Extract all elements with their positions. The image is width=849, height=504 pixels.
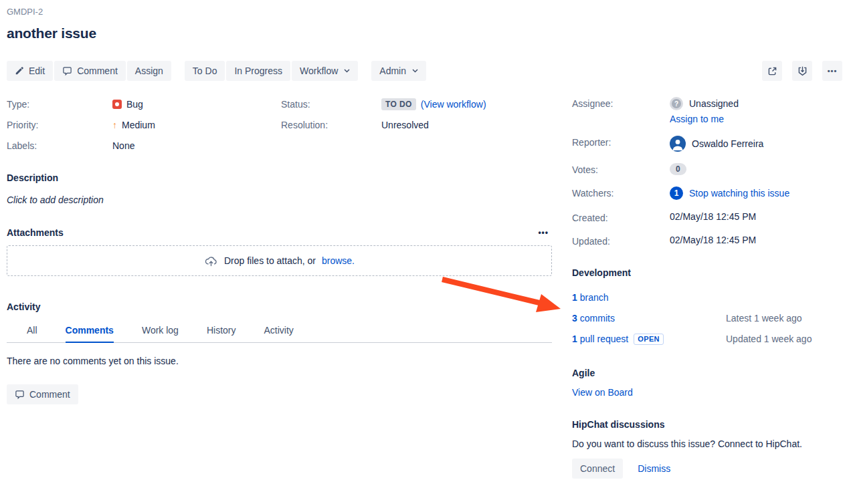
comment-button[interactable]: Comment [54,61,126,81]
reporter-label: Reporter: [572,136,670,148]
admin-button-group: Admin [371,61,426,81]
tab-comments[interactable]: Comments [66,321,114,343]
agile-heading: Agile [572,368,842,378]
watchers-field: Watchers: 1 Stop watching this issue [572,186,842,200]
breadcrumb[interactable]: GMDPI-2 [7,7,842,17]
admin-dropdown[interactable]: Admin [371,61,426,81]
comment-bubble-icon [15,390,25,400]
attachments-more-button[interactable]: ••• [538,230,549,235]
pull-request-row: 1pull request OPEN Updated 1 week ago [572,332,842,346]
agile-panel: Agile View on Board [572,368,842,398]
reporter-field: Reporter: Oswaldo Ferreira [572,136,842,152]
share-icon [767,66,778,77]
comment-footer-button[interactable]: Comment [7,384,78,404]
pull-request-meta: Updated 1 week ago [726,334,812,344]
commits-meta: Latest 1 week ago [726,313,802,324]
created-field: Created: 02/May/18 12:45 PM [572,211,842,223]
hipchat-heading: HipChat discussions [572,419,842,430]
assignee-field: Assignee: ? Unassigned Assign to me [572,97,842,124]
stop-watching-link[interactable]: Stop watching this issue [689,188,789,199]
more-options-button[interactable]: ••• [822,61,842,81]
activity-heading: Activity [7,301,552,312]
votes-field: Votes: 0 [572,163,842,175]
labels-value: None [112,140,134,151]
hipchat-panel: HipChat discussions Do you want to discu… [572,419,842,479]
status-badge: TO DO [381,98,416,110]
view-workflow-link[interactable]: (View workflow) [421,99,486,110]
pull-request-link[interactable]: 1pull request [572,334,628,344]
workflow-button-group: To Do In Progress Workflow [185,61,358,81]
development-heading: Development [572,267,842,278]
cloud-upload-icon [204,254,218,268]
assign-button[interactable]: Assign [127,61,171,81]
commits-link[interactable]: 3commits [572,313,615,324]
labels-label: Labels: [7,140,112,151]
commits-row: 3commits Latest 1 week ago [572,311,842,325]
updated-field: Updated: 02/May/18 12:45 PM [572,235,842,247]
dismiss-link[interactable]: Dismiss [638,463,670,474]
assignee-value: Unassigned [689,98,739,109]
export-button[interactable] [792,61,812,81]
todo-button[interactable]: To Do [185,61,225,81]
priority-label: Priority: [7,120,112,130]
assign-to-me-link[interactable]: Assign to me [670,114,724,124]
development-panel: Development 1branch 3commits Latest 1 we… [572,267,842,346]
tab-activity[interactable]: Activity [264,321,293,343]
resolution-value: Unresolved [381,120,429,130]
connect-button[interactable]: Connect [572,459,623,479]
open-status-badge: OPEN [634,334,664,345]
bug-icon [112,100,122,109]
resolution-field: Resolution: Unresolved [281,118,486,132]
view-on-board-link[interactable]: View on Board [572,387,633,398]
status-label: Status: [281,99,381,110]
branch-link[interactable]: 1branch [572,292,609,303]
branch-row: 1branch [572,291,842,304]
export-icon [797,66,808,77]
updated-label: Updated: [572,235,670,247]
attachments-dropzone[interactable]: Drop files to attach, or browse. [7,245,552,276]
reporter-value: Oswaldo Ferreira [692,138,763,149]
priority-medium-icon: ↑ [112,120,117,130]
priority-field: Priority: ↑ Medium [7,118,281,132]
watchers-label: Watchers: [572,186,670,199]
share-button[interactable] [762,61,782,81]
action-button-group: Edit Comment Assign [7,61,171,81]
labels-field: Labels: None [7,138,281,152]
description-placeholder[interactable]: Click to add description [7,195,552,205]
tab-all[interactable]: All [27,321,37,343]
edit-button[interactable]: Edit [7,61,53,81]
updated-value: 02/May/18 12:45 PM [670,235,756,245]
workflow-dropdown[interactable]: Workflow [292,61,358,81]
browse-link[interactable]: browse. [322,255,355,266]
unassigned-avatar-icon: ? [670,97,683,110]
type-label: Type: [7,99,112,110]
attachments-heading: Attachments [7,227,64,238]
tab-history[interactable]: History [207,321,236,343]
more-icon: ••• [828,67,838,75]
details-module: Type: Bug Priority: ↑ Medium [7,97,552,159]
created-value: 02/May/18 12:45 PM [670,211,756,222]
votes-badge[interactable]: 0 [670,163,686,175]
status-field: Status: TO DO (View workflow) [281,97,486,111]
in-progress-button[interactable]: In Progress [226,61,290,81]
reporter-avatar[interactable] [670,136,686,152]
hipchat-prompt: Do you want to discuss this issue? Conne… [572,438,842,449]
resolution-label: Resolution: [281,120,381,130]
issue-page: GMDPI-2 another issue Edit Comment Assig… [0,0,849,479]
created-label: Created: [572,211,670,223]
tab-work-log[interactable]: Work log [142,321,179,343]
main-column: Type: Bug Priority: ↑ Medium [7,97,552,479]
pencil-icon [15,66,24,76]
type-value: Bug [126,99,143,110]
comment-bubble-icon [62,66,72,76]
watchers-badge[interactable]: 1 [670,186,683,200]
activity-tabs: All Comments Work log History Activity [7,321,552,343]
toolbar: Edit Comment Assign To Do In Progress Wo… [7,61,842,81]
drop-files-text: Drop files to attach, or [224,255,316,266]
votes-label: Votes: [572,163,670,175]
assignee-label: Assignee: [572,97,670,109]
chevron-down-icon [344,69,350,73]
priority-value: Medium [122,120,155,130]
type-field: Type: Bug [7,97,281,111]
description-heading: Description [7,172,552,183]
